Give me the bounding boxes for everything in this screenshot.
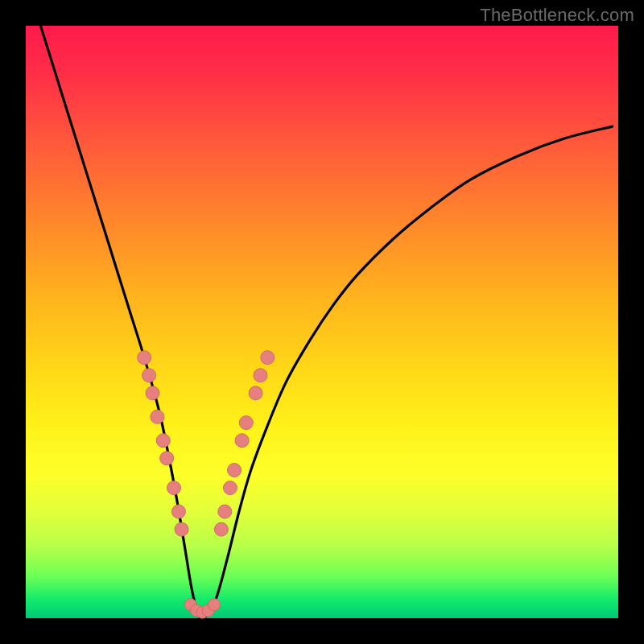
data-dot: [218, 505, 232, 518]
chart-frame: TheBottleneck.com: [0, 0, 644, 644]
data-dot: [156, 434, 170, 448]
data-dot: [151, 410, 164, 423]
data-dot: [171, 505, 185, 518]
dots-right-cluster: [214, 351, 274, 536]
data-dot: [261, 351, 275, 365]
data-dot: [160, 452, 174, 465]
data-dot: [254, 369, 267, 382]
data-dot: [167, 481, 181, 495]
data-dot: [146, 386, 159, 400]
data-dot: [249, 386, 262, 400]
watermark-text: TheBottleneck.com: [480, 5, 634, 26]
chart-svg: [26, 26, 618, 618]
data-dot: [208, 599, 221, 611]
data-dot: [235, 434, 249, 448]
data-dot: [223, 481, 237, 495]
data-dot: [214, 522, 228, 536]
bottleneck-curve: [40, 26, 612, 619]
dots-left-cluster: [138, 351, 188, 536]
plot-area: [26, 26, 618, 618]
data-dot: [138, 351, 151, 365]
data-dot: [239, 416, 253, 430]
data-dot: [228, 464, 242, 477]
data-dot: [142, 369, 156, 382]
dots-bottom-cluster: [184, 599, 220, 619]
data-dot: [175, 522, 188, 536]
